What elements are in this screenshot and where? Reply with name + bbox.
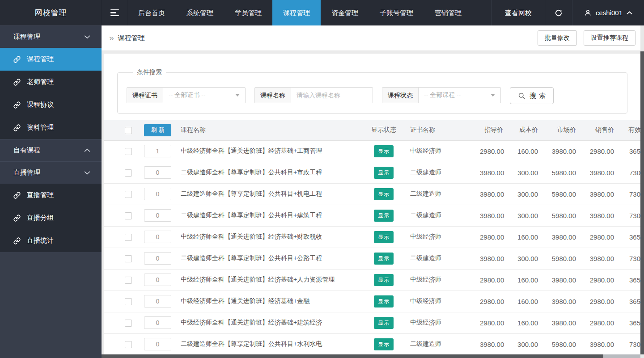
row-checkbox[interactable] (125, 169, 132, 177)
batch-edit-button[interactable]: 批量修改 (538, 30, 577, 46)
course-status-select[interactable]: -- 全部课程 -- (419, 88, 500, 103)
page-actions: 批量修改 设置推荐课程 (538, 30, 636, 46)
status-badge[interactable]: 显示 (374, 210, 394, 222)
vertical-scrollbar[interactable] (640, 25, 644, 358)
cost-price: 300.00 (515, 333, 550, 354)
certificate-name: 中级经济师 (399, 140, 480, 162)
sidebar-item[interactable]: 直播统计 (0, 229, 102, 252)
top-nav-item[interactable]: 营销管理 (424, 0, 472, 25)
status-badge[interactable]: 显示 (374, 188, 394, 200)
row-checkbox[interactable] (125, 341, 132, 348)
sort-order-input[interactable] (144, 145, 171, 157)
course-name-input[interactable] (291, 88, 373, 103)
sidebar-group-header[interactable]: 直播管理 (0, 161, 102, 184)
row-checkbox[interactable] (125, 255, 132, 262)
sidebar-item[interactable]: 课程管理 (0, 48, 102, 71)
sale-price: 2980.00 (588, 291, 626, 312)
status-badge[interactable]: 显示 (374, 338, 394, 350)
table-row: 二级建造师全科【尊享定制班】公共科目+水利水电 显示 二级建造师 3980.00… (104, 333, 640, 354)
guide-price: 3980.00 (480, 183, 515, 205)
search-button[interactable]: 搜索 (510, 87, 554, 104)
row-checkbox[interactable] (125, 298, 132, 305)
cost-price: 300.00 (515, 162, 550, 183)
row-checkbox[interactable] (125, 234, 132, 241)
course-name: 二级建造师全科【尊享定制班】公共科目+市政工程 (177, 162, 368, 183)
col-header-guide-price: 指导价 (480, 120, 515, 140)
top-nav-item[interactable]: 系统管理 (176, 0, 224, 25)
topbar: 网校管理 后台首页 系统管理 学员管理 课程管理 资金管理 子账号管理 营销管理… (0, 0, 644, 25)
row-checkbox[interactable] (125, 191, 132, 198)
sort-order-input[interactable] (144, 338, 171, 350)
status-badge[interactable]: 显示 (374, 295, 394, 307)
user-icon (584, 9, 592, 17)
sort-order-input[interactable] (144, 166, 171, 179)
table-row: 中级经济师全科【通关进阶班】经济基础+金融 显示 中级经济师 2980.00 1… (104, 291, 640, 312)
search-fieldset: 条件搜索 课程证书 -- 全部证书 -- 课程名称 课程状态 -- 全部课 (117, 68, 627, 114)
guide-price: 2980.00 (480, 140, 515, 162)
guide-price: 3980.00 (480, 248, 515, 269)
sort-order-input[interactable] (144, 274, 171, 286)
link-icon (13, 237, 21, 244)
chevron-icon (84, 171, 90, 175)
sale-price: 3980.00 (588, 205, 626, 226)
sidebar-item[interactable]: 课程协议 (0, 93, 102, 116)
cost-price: 300.00 (515, 248, 550, 269)
market-price: 3980.00 (550, 312, 588, 333)
sale-price: 3980.00 (588, 248, 626, 269)
top-nav-item[interactable]: 资金管理 (321, 0, 369, 25)
status-badge[interactable]: 显示 (374, 145, 394, 157)
horizontal-scrollbar-thumb[interactable] (102, 354, 603, 358)
sort-order-input[interactable] (144, 295, 171, 307)
row-checkbox[interactable] (125, 148, 132, 155)
sidebar-item[interactable]: 直播管理 (0, 184, 102, 206)
sort-order-input[interactable] (144, 209, 171, 222)
sort-order-input[interactable] (144, 188, 171, 200)
table-row: 二级建造师全科【尊享定制班】公共科目+建筑工程 显示 二级建造师 3980.00… (104, 205, 640, 226)
status-badge[interactable]: 显示 (374, 274, 394, 286)
breadcrumb-icon: » (109, 33, 114, 43)
top-nav-item[interactable]: 子账号管理 (369, 0, 424, 25)
status-badge[interactable]: 显示 (374, 231, 394, 243)
top-nav-item[interactable]: 学员管理 (224, 0, 272, 25)
top-nav-item[interactable]: 后台首页 (127, 0, 176, 25)
col-header-cost-price: 成本价 (515, 120, 550, 140)
select-caret-icon (235, 94, 240, 97)
row-checkbox[interactable] (125, 320, 132, 327)
guide-price: 3980.00 (480, 333, 515, 354)
top-nav-item[interactable]: 课程管理 (272, 0, 321, 25)
view-school-link[interactable]: 查看网校 (491, 0, 545, 25)
guide-price: 2980.00 (480, 291, 515, 312)
market-price: 5980.00 (550, 205, 588, 226)
sale-price: 2980.00 (588, 140, 626, 162)
status-badge[interactable]: 显示 (374, 317, 394, 329)
sort-order-input[interactable] (144, 316, 171, 329)
sort-order-input[interactable] (144, 231, 171, 243)
sale-price: 3980.00 (588, 162, 626, 183)
content-panel: 条件搜索 课程证书 -- 全部证书 -- 课程名称 课程状态 -- 全部课 (104, 54, 640, 354)
set-recommend-button[interactable]: 设置推荐课程 (584, 30, 636, 46)
select-all-checkbox[interactable] (125, 127, 132, 134)
row-checkbox[interactable] (125, 212, 132, 219)
validity-days: 365 (626, 312, 640, 333)
sidebar-item[interactable]: 直播分组 (0, 206, 102, 229)
menu-toggle-icon[interactable] (102, 0, 127, 25)
sidebar-item[interactable]: 老师管理 (0, 71, 102, 93)
refresh-icon[interactable] (545, 0, 572, 25)
app-logo[interactable]: 网校管理 (0, 0, 102, 25)
course-name: 中级经济师全科【通关进阶班】经济基础+建筑经济 (177, 312, 368, 333)
sidebar-group-label: 课程管理 (13, 33, 40, 41)
vertical-scrollbar-thumb[interactable] (640, 51, 644, 354)
status-badge[interactable]: 显示 (374, 167, 394, 179)
horizontal-scrollbar[interactable] (102, 354, 644, 358)
refresh-button[interactable]: 刷新 (144, 124, 171, 136)
market-price: 3980.00 (550, 291, 588, 312)
status-badge[interactable]: 显示 (374, 253, 394, 265)
sidebar-item[interactable]: 资料管理 (0, 116, 102, 139)
sidebar-group-header[interactable]: 课程管理 (0, 25, 102, 48)
certificate-select[interactable]: -- 全部证书 -- (163, 88, 245, 103)
sort-order-input[interactable] (144, 252, 171, 265)
row-checkbox[interactable] (125, 277, 132, 284)
sidebar-group-header[interactable]: 自有课程 (0, 139, 102, 161)
sidebar-item-label: 课程管理 (27, 55, 54, 63)
user-menu[interactable]: ceshi001 (572, 0, 644, 25)
